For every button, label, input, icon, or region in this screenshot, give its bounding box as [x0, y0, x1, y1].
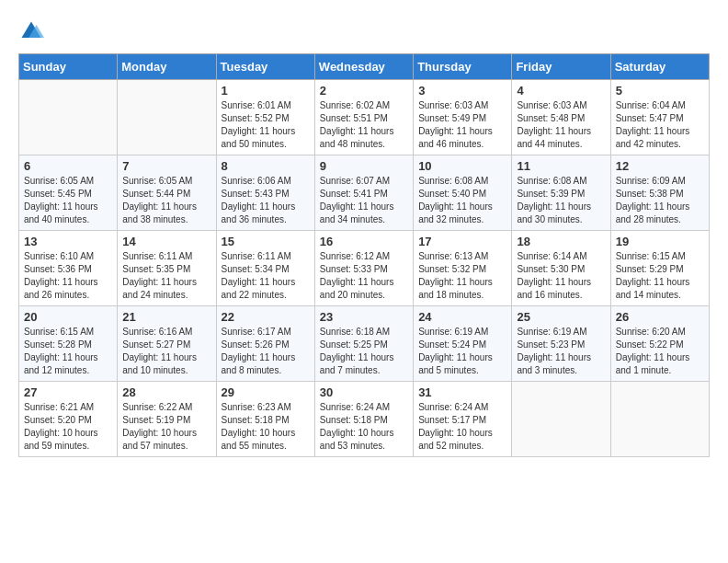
logo [18, 18, 48, 44]
day-number: 11 [517, 159, 605, 173]
day-cell [19, 80, 118, 155]
header-tuesday: Tuesday [216, 54, 314, 80]
day-info: Sunrise: 6:15 AM Sunset: 5:29 PM Dayligh… [616, 250, 704, 302]
day-cell: 15 Sunrise: 6:11 AM Sunset: 5:34 PM Dayl… [216, 231, 314, 306]
day-info: Sunrise: 6:05 AM Sunset: 5:45 PM Dayligh… [24, 175, 112, 226]
day-cell: 8 Sunrise: 6:06 AM Sunset: 5:43 PM Dayli… [216, 155, 314, 231]
day-number: 3 [418, 84, 506, 98]
day-cell: 29 Sunrise: 6:23 AM Sunset: 5:18 PM Dayl… [216, 382, 314, 457]
day-number: 25 [517, 310, 605, 324]
calendar-table: SundayMondayTuesdayWednesdayThursdayFrid… [18, 53, 710, 457]
day-cell: 30 Sunrise: 6:24 AM Sunset: 5:18 PM Dayl… [314, 382, 413, 457]
day-info: Sunrise: 6:02 AM Sunset: 5:51 PM Dayligh… [320, 99, 408, 151]
day-number: 23 [320, 310, 408, 324]
day-cell: 1 Sunrise: 6:01 AM Sunset: 5:52 PM Dayli… [216, 80, 314, 155]
day-cell: 9 Sunrise: 6:07 AM Sunset: 5:41 PM Dayli… [314, 155, 413, 231]
week-row-3: 13 Sunrise: 6:10 AM Sunset: 5:36 PM Dayl… [19, 231, 710, 306]
day-info: Sunrise: 6:20 AM Sunset: 5:22 PM Dayligh… [616, 326, 704, 377]
week-row-1: 1 Sunrise: 6:01 AM Sunset: 5:52 PM Dayli… [19, 80, 710, 155]
day-cell: 23 Sunrise: 6:18 AM Sunset: 5:25 PM Dayl… [314, 306, 413, 382]
day-number: 8 [222, 159, 310, 173]
day-info: Sunrise: 6:16 AM Sunset: 5:27 PM Dayligh… [122, 326, 210, 377]
day-info: Sunrise: 6:24 AM Sunset: 5:18 PM Dayligh… [320, 401, 408, 453]
day-info: Sunrise: 6:03 AM Sunset: 5:49 PM Dayligh… [418, 99, 506, 151]
day-number: 21 [122, 310, 210, 324]
day-number: 7 [122, 159, 210, 173]
day-number: 2 [320, 84, 408, 98]
day-cell: 18 Sunrise: 6:14 AM Sunset: 5:30 PM Dayl… [512, 231, 610, 306]
day-info: Sunrise: 6:09 AM Sunset: 5:38 PM Dayligh… [616, 175, 704, 226]
day-cell [118, 80, 216, 155]
day-info: Sunrise: 6:10 AM Sunset: 5:36 PM Dayligh… [24, 250, 112, 302]
day-cell: 25 Sunrise: 6:19 AM Sunset: 5:23 PM Dayl… [512, 306, 610, 382]
day-info: Sunrise: 6:17 AM Sunset: 5:26 PM Dayligh… [222, 326, 310, 377]
day-number: 18 [517, 235, 605, 248]
day-cell: 3 Sunrise: 6:03 AM Sunset: 5:49 PM Dayli… [414, 80, 512, 155]
day-info: Sunrise: 6:08 AM Sunset: 5:39 PM Dayligh… [517, 175, 605, 226]
day-number: 6 [24, 159, 112, 173]
day-number: 22 [222, 310, 310, 324]
day-cell: 11 Sunrise: 6:08 AM Sunset: 5:39 PM Dayl… [512, 155, 610, 231]
day-info: Sunrise: 6:04 AM Sunset: 5:47 PM Dayligh… [616, 99, 704, 151]
day-cell: 17 Sunrise: 6:13 AM Sunset: 5:32 PM Dayl… [414, 231, 512, 306]
day-number: 17 [418, 235, 506, 248]
day-info: Sunrise: 6:19 AM Sunset: 5:23 PM Dayligh… [517, 326, 605, 377]
day-cell: 2 Sunrise: 6:02 AM Sunset: 5:51 PM Dayli… [314, 80, 413, 155]
day-number: 29 [222, 385, 310, 399]
day-info: Sunrise: 6:18 AM Sunset: 5:25 PM Dayligh… [320, 326, 408, 377]
day-info: Sunrise: 6:07 AM Sunset: 5:41 PM Dayligh… [320, 175, 408, 226]
day-number: 26 [616, 310, 704, 324]
day-number: 13 [24, 235, 112, 248]
week-row-2: 6 Sunrise: 6:05 AM Sunset: 5:45 PM Dayli… [19, 155, 710, 231]
header-wednesday: Wednesday [314, 54, 413, 80]
day-number: 28 [122, 385, 210, 399]
day-info: Sunrise: 6:19 AM Sunset: 5:24 PM Dayligh… [418, 326, 506, 377]
day-info: Sunrise: 6:06 AM Sunset: 5:43 PM Dayligh… [222, 175, 310, 226]
day-cell: 27 Sunrise: 6:21 AM Sunset: 5:20 PM Dayl… [19, 382, 118, 457]
day-info: Sunrise: 6:22 AM Sunset: 5:19 PM Dayligh… [122, 401, 210, 453]
day-number: 9 [320, 159, 408, 173]
header-sunday: Sunday [19, 54, 118, 80]
logo-icon [18, 18, 44, 44]
day-number: 5 [616, 84, 704, 98]
day-info: Sunrise: 6:03 AM Sunset: 5:48 PM Dayligh… [517, 99, 605, 151]
day-info: Sunrise: 6:24 AM Sunset: 5:17 PM Dayligh… [418, 401, 506, 453]
week-row-5: 27 Sunrise: 6:21 AM Sunset: 5:20 PM Dayl… [19, 382, 710, 457]
day-cell: 22 Sunrise: 6:17 AM Sunset: 5:26 PM Dayl… [216, 306, 314, 382]
day-cell: 13 Sunrise: 6:10 AM Sunset: 5:36 PM Dayl… [19, 231, 118, 306]
day-cell: 16 Sunrise: 6:12 AM Sunset: 5:33 PM Dayl… [314, 231, 413, 306]
day-cell: 19 Sunrise: 6:15 AM Sunset: 5:29 PM Dayl… [610, 231, 709, 306]
day-number: 14 [122, 235, 210, 248]
header-friday: Friday [512, 54, 610, 80]
weekday-header-row: SundayMondayTuesdayWednesdayThursdayFrid… [19, 54, 710, 80]
day-info: Sunrise: 6:05 AM Sunset: 5:44 PM Dayligh… [122, 175, 210, 226]
day-number: 19 [616, 235, 704, 248]
day-cell: 24 Sunrise: 6:19 AM Sunset: 5:24 PM Dayl… [414, 306, 512, 382]
day-info: Sunrise: 6:13 AM Sunset: 5:32 PM Dayligh… [418, 250, 506, 302]
day-cell: 4 Sunrise: 6:03 AM Sunset: 5:48 PM Dayli… [512, 80, 610, 155]
day-cell: 14 Sunrise: 6:11 AM Sunset: 5:35 PM Dayl… [118, 231, 216, 306]
day-cell: 5 Sunrise: 6:04 AM Sunset: 5:47 PM Dayli… [610, 80, 709, 155]
day-info: Sunrise: 6:21 AM Sunset: 5:20 PM Dayligh… [24, 401, 112, 453]
day-info: Sunrise: 6:01 AM Sunset: 5:52 PM Dayligh… [222, 99, 310, 151]
header-monday: Monday [118, 54, 216, 80]
day-info: Sunrise: 6:15 AM Sunset: 5:28 PM Dayligh… [24, 326, 112, 377]
header-saturday: Saturday [610, 54, 709, 80]
day-cell: 26 Sunrise: 6:20 AM Sunset: 5:22 PM Dayl… [610, 306, 709, 382]
day-cell: 28 Sunrise: 6:22 AM Sunset: 5:19 PM Dayl… [118, 382, 216, 457]
page-header [18, 18, 710, 44]
day-number: 1 [222, 84, 310, 98]
day-info: Sunrise: 6:11 AM Sunset: 5:34 PM Dayligh… [222, 250, 310, 302]
day-number: 31 [418, 385, 506, 399]
day-number: 27 [24, 385, 112, 399]
day-number: 4 [517, 84, 605, 98]
day-cell: 6 Sunrise: 6:05 AM Sunset: 5:45 PM Dayli… [19, 155, 118, 231]
day-number: 16 [320, 235, 408, 248]
week-row-4: 20 Sunrise: 6:15 AM Sunset: 5:28 PM Dayl… [19, 306, 710, 382]
day-number: 20 [24, 310, 112, 324]
day-cell [512, 382, 610, 457]
header-thursday: Thursday [414, 54, 512, 80]
day-cell: 21 Sunrise: 6:16 AM Sunset: 5:27 PM Dayl… [118, 306, 216, 382]
day-info: Sunrise: 6:14 AM Sunset: 5:30 PM Dayligh… [517, 250, 605, 302]
day-cell: 10 Sunrise: 6:08 AM Sunset: 5:40 PM Dayl… [414, 155, 512, 231]
